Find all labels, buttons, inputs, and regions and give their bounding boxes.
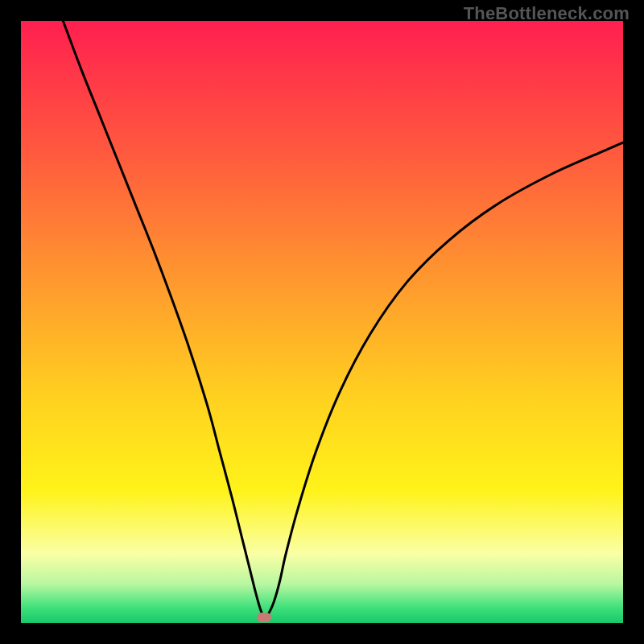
chart-stage: TheBottleneck.com <box>0 0 644 644</box>
plot-area <box>21 21 623 623</box>
gradient-background <box>21 21 623 623</box>
watermark-text: TheBottleneck.com <box>464 3 630 24</box>
optimal-point-marker <box>257 613 271 622</box>
bottleneck-chart-svg <box>21 21 623 623</box>
